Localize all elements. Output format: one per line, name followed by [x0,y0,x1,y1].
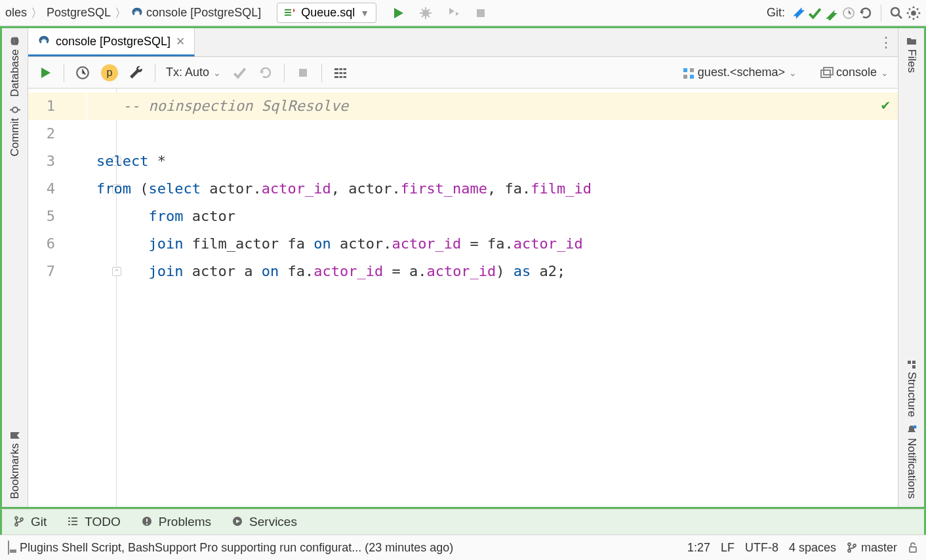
inspections-ok-icon[interactable]: ✔ [881,96,890,113]
code-editor[interactable]: 123−4−567⌃ ✔ -- noinspection SqlResolves… [28,89,898,507]
indent-info[interactable]: 4 spaces [789,541,836,555]
history-button[interactable] [75,65,91,81]
schema-dropdown[interactable]: guest.<schema> ⌄ [682,66,797,79]
svg-point-6 [12,108,18,113]
code-line[interactable]: -- noinspection SqlResolve [87,92,898,120]
git-commit-button[interactable] [807,6,822,20]
toolwindow-label: TODO [85,515,121,529]
git-history-button[interactable] [841,6,856,20]
tab-menu-button[interactable]: ⋮ [874,28,898,56]
session-dropdown[interactable]: console ⌄ [820,66,889,79]
run-config-dropdown[interactable]: Queue.sql ▼ [277,3,376,23]
tx-mode-dropdown[interactable]: Tx: Auto ⌄ [166,66,221,79]
code-line[interactable]: join actor a on fa.actor_id = a.actor_id… [87,258,898,285]
svg-point-32 [848,550,851,552]
encoding[interactable]: UTF-8 [745,541,778,555]
svg-point-33 [853,544,856,547]
gutter-line[interactable]: 4− [28,175,87,203]
git-update-button[interactable] [790,6,805,20]
chevron-down-icon: ⌄ [881,68,889,78]
svg-rect-29 [146,523,148,525]
cancel-query-button [295,65,311,81]
tab-label: console [PostgreSQL] [56,35,171,49]
gutter-line[interactable]: 7⌃ [28,258,87,285]
breadcrumb-item-2[interactable]: console [PostgreSQL] [131,6,261,20]
toolwindow-commit[interactable]: Commit [9,102,22,159]
settings-button[interactable] [906,6,921,20]
tx-label: Tx: Auto [166,66,209,79]
editor-tab[interactable]: console [PostgreSQL] ✕ [28,28,195,56]
svg-point-25 [15,523,18,526]
right-sidebar: Files Structure Notifications [898,28,924,507]
toolwindow-services[interactable]: Services [232,515,297,529]
git-push-button[interactable] [824,6,839,20]
gutter-line[interactable]: 5 [28,203,87,230]
svg-rect-15 [690,68,694,72]
status-message[interactable]: Plugins Shell Script, BashSupport Pro su… [20,541,677,555]
wrench-button[interactable] [129,65,144,81]
toolwindow-label: Files [905,49,918,73]
svg-rect-16 [683,75,687,79]
svg-rect-19 [824,68,833,75]
svg-rect-18 [821,70,830,77]
code-line[interactable]: join film_actor fa on actor.actor_id = f… [87,230,898,258]
bookmark-icon [10,430,20,441]
tab-bar: console [PostgreSQL] ✕ ⋮ [28,28,898,57]
chevron-down-icon: ⌄ [789,68,797,78]
editor-area: console [PostgreSQL] ✕ ⋮ p Tx: Auto ⌄ [28,28,898,507]
toolwindow-database[interactable]: Database [9,33,22,100]
folder-icon [906,36,917,47]
bell-icon [906,425,917,435]
line-separator[interactable]: LF [721,541,735,555]
toolwindow-structure[interactable]: Structure [905,357,918,420]
view-options-button[interactable] [332,65,348,81]
code-body[interactable]: ✔ -- noinspection SqlResolveselect *from… [87,89,898,507]
gutter-line[interactable]: 1 [28,92,87,120]
toolwindow-label: Structure [905,372,918,417]
toolwindow-problems[interactable]: Problems [142,515,211,529]
search-button[interactable] [889,6,904,20]
toolwindow-git[interactable]: Git [14,515,47,529]
run-config-label: Queue.sql [301,6,355,20]
svg-rect-11 [334,76,346,78]
code-line[interactable]: select * [87,148,898,175]
rollback-tx-button [258,65,273,81]
toolwindow-notifications[interactable]: Notifications [905,422,918,502]
tool-windows-button[interactable] [8,541,9,555]
svg-rect-20 [908,361,911,364]
code-line[interactable]: from (select actor.actor_id, actor.first… [87,175,898,203]
toolwindow-files[interactable]: Files [905,33,918,75]
code-line[interactable]: from actor [87,203,898,230]
chevron-right-icon: 〉 [31,5,43,21]
execute-button[interactable] [37,65,53,81]
postgresql-icon [131,7,144,20]
gutter-line[interactable]: 3− [28,148,87,175]
toolwindow-bookmarks[interactable]: Bookmarks [9,428,22,502]
code-line[interactable] [87,120,898,148]
close-icon[interactable]: ✕ [176,35,185,49]
session-label: console [836,66,877,79]
lock-icon[interactable] [908,542,918,553]
svg-rect-34 [910,547,916,552]
run-button[interactable] [391,6,405,20]
rollback-button[interactable] [858,6,873,20]
left-sidebar: Database Commit Bookmarks [2,28,28,507]
gutter-line[interactable]: 2 [28,120,87,148]
breadcrumb-item-0[interactable]: oles [5,6,27,20]
todo-icon [68,516,79,528]
breadcrumb-item-1[interactable]: PostgreSQL [47,6,111,20]
p-badge[interactable]: p [101,64,118,81]
bottom-toolbar: Git TODO Problems Services [0,509,926,535]
git-label: Git: [767,6,785,20]
problems-icon [142,516,153,528]
git-branch-status[interactable]: master [847,541,897,555]
svg-rect-12 [338,68,340,78]
svg-rect-22 [912,365,916,369]
gutter-line[interactable]: 6 [28,230,87,258]
toolwindow-todo[interactable]: TODO [68,515,121,529]
caret-position[interactable]: 1:27 [687,541,710,555]
branch-name: master [861,541,897,555]
toolwindow-label: Commit [9,118,22,157]
svg-rect-28 [146,519,148,522]
commit-tx-button [232,65,247,81]
